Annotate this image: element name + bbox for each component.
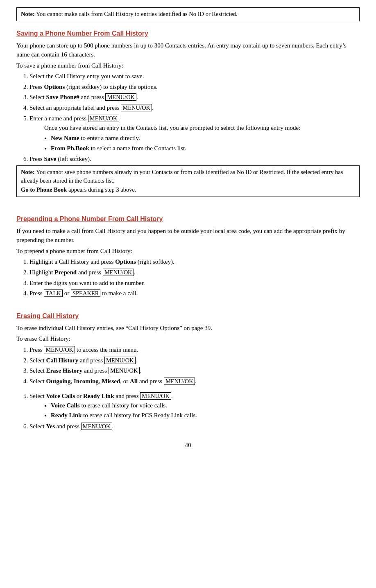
section-erasing-intro1: To erase individual Call History entries…: [16, 323, 360, 333]
saving-step-1: Select the Call History entry you want t…: [29, 72, 360, 81]
section-saving-intro2: To save a phone number from Call History…: [16, 61, 360, 70]
erasing-step-5: Select Voice Calls or Ready Link and pre…: [29, 391, 360, 420]
section-saving-steps: Select the Call History entry you want t…: [29, 72, 360, 163]
saving-step-5: Enter a name and press MENU/OK. Once you…: [29, 114, 360, 153]
section-saving-intro1: Your phone can store up to 500 phone num…: [16, 41, 360, 59]
section-prepending-intro1: If you need to make a call from Call His…: [16, 226, 360, 245]
erasing-step-5-bullets: Voice Calls to erase call history for vo…: [51, 401, 360, 420]
section-erasing-title: Erasing Call History: [16, 311, 360, 321]
saving-step-5-bullets: New Name to enter a name directly. From …: [51, 133, 360, 153]
top-note-label: Note:: [21, 11, 35, 17]
section-prepending-title: Prepending a Phone Number From Call Hist…: [16, 214, 360, 224]
saving-step-4: Select an appropriate label and press ME…: [29, 103, 360, 113]
section-prepending: Prepending a Phone Number From Call Hist…: [16, 214, 360, 298]
erasing-step-1: Press MENU/OK to access the main menu.: [29, 345, 360, 355]
erasing-bullet-voice-calls: Voice Calls to erase call history for vo…: [51, 401, 360, 410]
prepending-step-1: Highlight a Call History and press Optio…: [29, 257, 360, 267]
prepending-step-4: Press TALK or SPEAKER to make a call.: [29, 289, 360, 298]
prepending-step-3: Enter the digits you want to add to the …: [29, 278, 360, 288]
section-prepending-steps: Highlight a Call History and press Optio…: [29, 257, 360, 298]
section-prepending-intro2: To prepend a phone number from Call Hist…: [16, 247, 360, 256]
erasing-step-4: Select Outgoing, Incoming, Missed, or Al…: [29, 377, 360, 386]
saving-note-text: You cannot save phone numbers already in…: [21, 169, 343, 184]
page-number: 40: [16, 441, 360, 450]
erasing-step-2: Select Call History and press MENU/OK.: [29, 356, 360, 365]
section-saving-title: Saving a Phone Number From Call History: [16, 29, 360, 38]
saving-note-goto-label: Go to Phone Book: [21, 186, 67, 193]
prepending-step-2: Highlight Prepend and press MENU/OK.: [29, 268, 360, 277]
erasing-bullet-ready-link: Ready Link to erase call history for PCS…: [51, 411, 360, 420]
erasing-step-3: Select Erase History and press MENU/OK.: [29, 366, 360, 375]
top-note-box: Note: You cannot make calls from Call Hi…: [16, 7, 360, 21]
saving-step-2: Press Options (right softkey) to display…: [29, 82, 360, 92]
erasing-step-6: Select Yes and press MENU/OK.: [29, 422, 360, 431]
saving-bullet-new-name: New Name to enter a name directly.: [51, 133, 360, 143]
section-erasing-steps: Press MENU/OK to access the main menu. S…: [29, 345, 360, 431]
saving-note-label: Note:: [21, 169, 35, 175]
saving-note-box: Note: You cannot save phone numbers alre…: [16, 165, 360, 197]
saving-step-3: Select Save Phone# and press MENU/OK.: [29, 93, 360, 102]
section-saving: Saving a Phone Number From Call History …: [16, 29, 360, 197]
saving-step-6: Press Save (left softkey).: [29, 154, 360, 164]
saving-bullet-from-phbook: From Ph.Book to select a name from the C…: [51, 144, 360, 153]
saving-note-goto-text: appears during step 3 above.: [67, 186, 136, 193]
saving-step-5-indent: Once you have stored an entry in the Con…: [44, 123, 360, 133]
section-erasing: Erasing Call History To erase individual…: [16, 311, 360, 431]
section-erasing-intro2: To erase Call History:: [16, 334, 360, 344]
top-note-text: You cannot make calls from Call History …: [35, 11, 238, 17]
